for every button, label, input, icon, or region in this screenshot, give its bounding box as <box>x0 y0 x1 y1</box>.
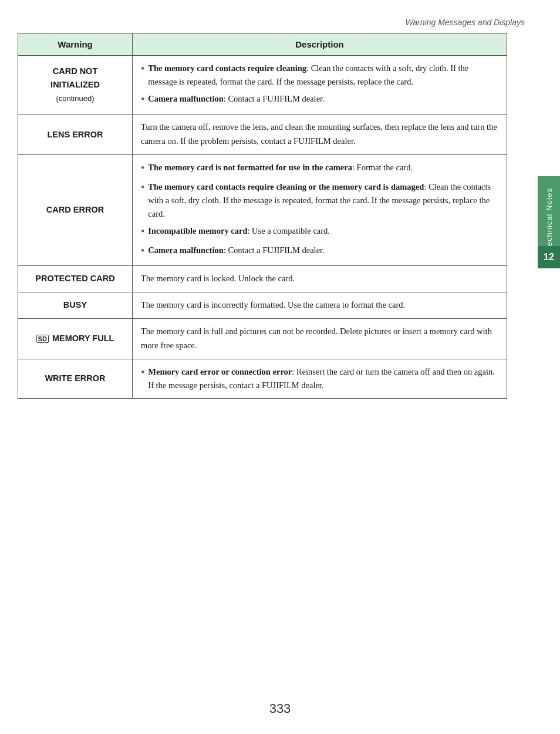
paragraph-block: The memory card is full and pictures can… <box>141 325 498 353</box>
bullet-dot: • <box>141 223 144 240</box>
warning-cell: PROTECTED CARD <box>18 265 133 292</box>
table-row: CARD ERROR • The memory card is not form… <box>18 155 507 266</box>
desc-cell: The memory card is locked. Unlock the ca… <box>133 265 507 292</box>
warning-label: CARD NOTINITIALIZED(continued) <box>50 66 100 103</box>
side-tab: Technical Notes 12 <box>538 176 560 268</box>
content-area: Warning Description CARD NOTINITIALIZED(… <box>0 33 537 399</box>
desc-cell: Turn the camera off, remove the lens, an… <box>133 115 507 155</box>
bullet-text: Camera malfunction: Contact a FUJIFILM d… <box>148 92 498 106</box>
bullet-dot: • <box>141 91 144 108</box>
bullet-dot: • <box>141 60 144 78</box>
bullet-item: • Memory card error or connection error:… <box>141 365 498 392</box>
col-warning-header: Warning <box>18 33 133 56</box>
warning-label: PROTECTED CARD <box>35 274 114 283</box>
paragraph-block: The memory card is incorrectly formatted… <box>141 298 498 312</box>
warning-cell: CARD ERROR <box>18 155 133 266</box>
table-header-row: Warning Description <box>18 33 507 56</box>
page-header: Warning Messages and Displays <box>0 18 560 33</box>
bullet-dot: • <box>141 364 144 381</box>
bullet-item: • Incompatible memory card: Use a compat… <box>141 224 498 240</box>
page-number: 333 <box>269 701 291 716</box>
table-row: PROTECTED CARD The memory card is locked… <box>18 265 507 292</box>
bullet-text: The memory card contacts require cleanin… <box>148 180 498 221</box>
side-tab-text: Technical Notes <box>545 188 554 251</box>
desc-cell: • The memory card is not formatted for u… <box>133 155 507 266</box>
table-row: SD MEMORY FULL The memory card is full a… <box>18 318 507 359</box>
paragraph-block: Turn the camera off, remove the lens, an… <box>141 120 498 149</box>
page-container: Technical Notes 12 Warning Messages and … <box>0 0 560 734</box>
bullet-dot: • <box>141 160 144 177</box>
header-title: Warning Messages and Displays <box>405 18 525 27</box>
warning-label: LENS ERROR <box>47 130 103 139</box>
table-row: WRITE ERROR • Memory card error or conne… <box>18 359 507 398</box>
bullet-item: • The memory card is not formatted for u… <box>141 161 498 177</box>
side-tab-number: 12 <box>538 246 560 268</box>
warning-cell: LENS ERROR <box>18 115 133 155</box>
desc-cell: • The memory card contacts require clean… <box>133 56 507 115</box>
bullet-text: The memory card is not formatted for use… <box>148 161 498 174</box>
paragraph-block: The memory card is locked. Unlock the ca… <box>141 272 498 286</box>
table-row: BUSY The memory card is incorrectly form… <box>18 292 507 318</box>
warning-cell: CARD NOTINITIALIZED(continued) <box>18 56 133 115</box>
table-row: LENS ERROR Turn the camera off, remove t… <box>18 115 507 155</box>
warning-label: WRITE ERROR <box>45 373 105 383</box>
warning-cell: BUSY <box>18 292 133 318</box>
desc-cell: • Memory card error or connection error:… <box>133 359 507 398</box>
bullet-text: Incompatible memory card: Use a compatib… <box>148 224 498 238</box>
warning-label: BUSY <box>63 300 87 309</box>
col-desc-header: Description <box>133 33 507 56</box>
bullet-item: • Camera malfunction: Contact a FUJIFILM… <box>141 92 498 108</box>
warning-label: SD MEMORY FULL <box>36 334 114 343</box>
bullet-text: Memory card error or connection error: R… <box>148 365 498 392</box>
bullet-dot: • <box>141 243 144 260</box>
warning-cell: SD MEMORY FULL <box>18 318 133 359</box>
bullet-text: Camera malfunction: Contact a FUJIFILM d… <box>148 244 498 257</box>
warning-table: Warning Description CARD NOTINITIALIZED(… <box>18 33 507 399</box>
desc-cell: The memory card is incorrectly formatted… <box>133 292 507 318</box>
warning-label: CARD ERROR <box>46 205 104 214</box>
table-row: CARD NOTINITIALIZED(continued) • The mem… <box>18 56 507 115</box>
warning-cell: WRITE ERROR <box>18 359 133 398</box>
bullet-dot: • <box>141 179 144 196</box>
desc-cell: The memory card is full and pictures can… <box>133 318 507 359</box>
bullet-text: The memory card contacts require cleanin… <box>148 62 498 89</box>
bullet-item: • The memory card contacts require clean… <box>141 180 498 221</box>
sd-icon: SD <box>36 335 49 343</box>
bullet-item: • The memory card contacts require clean… <box>141 62 498 89</box>
bullet-item: • Camera malfunction: Contact a FUJIFILM… <box>141 244 498 260</box>
